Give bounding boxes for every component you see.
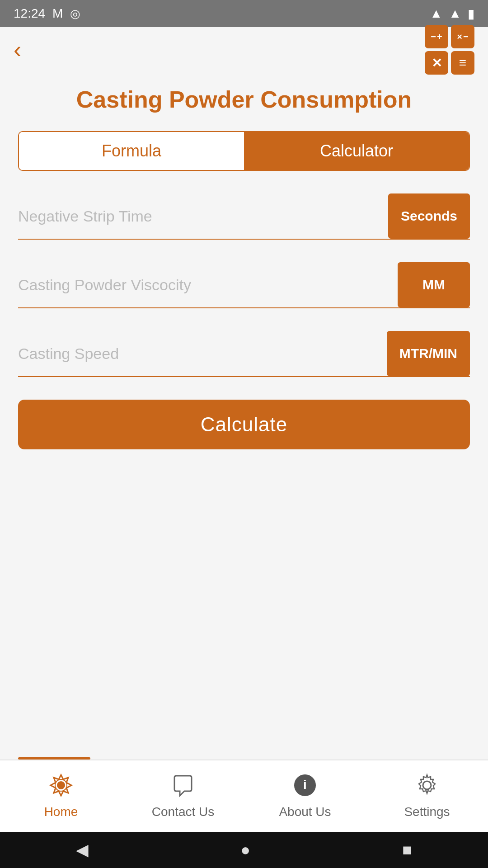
gmail-icon: M	[52, 6, 63, 21]
equals-icon[interactable]: ≡	[451, 51, 474, 75]
times-equals-icon[interactable]: ×−	[451, 25, 474, 48]
casting-speed-unit: MTR/MIN	[387, 331, 470, 376]
svg-point-4	[423, 781, 431, 789]
home-icon	[49, 773, 73, 801]
status-time: 12:24	[14, 6, 45, 21]
nav-home[interactable]: Home	[0, 773, 122, 819]
back-button[interactable]: ‹	[14, 38, 21, 61]
contact-label: Contact Us	[152, 805, 215, 819]
wifi-icon: ▲	[430, 6, 443, 21]
signal-icon: ▲	[449, 6, 461, 21]
calculate-button[interactable]: Calculate	[18, 400, 470, 449]
home-sys-button[interactable]: ●	[240, 840, 250, 859]
data-icon: ◎	[70, 7, 80, 21]
negative-strip-time-group: Seconds	[18, 193, 470, 240]
tab-calculator[interactable]: Calculator	[244, 132, 469, 170]
casting-powder-viscocity-unit: MM	[398, 262, 470, 307]
status-bar: 12:24 M ◎ ▲ ▲ ▮	[0, 0, 488, 27]
system-nav: ◀ ● ■	[0, 832, 488, 868]
negative-strip-time-input[interactable]	[18, 193, 388, 239]
settings-icon	[415, 773, 439, 801]
casting-powder-viscocity-input[interactable]	[18, 262, 398, 307]
negative-strip-time-unit: Seconds	[388, 193, 470, 239]
cross-icon[interactable]: ✕	[425, 51, 448, 75]
bottom-nav: Home Contact Us i About Us Settings	[0, 760, 488, 832]
home-label: Home	[44, 805, 78, 819]
page-title: Casting Powder Consumption	[0, 72, 488, 131]
status-left: 12:24 M ◎	[14, 6, 80, 21]
tab-formula[interactable]: Formula	[19, 132, 244, 170]
nav-contact[interactable]: Contact Us	[122, 773, 244, 819]
top-nav: ‹ −+ ×− ✕ ≡	[0, 27, 488, 72]
casting-powder-viscocity-group: MM	[18, 262, 470, 308]
tab-toggle: Formula Calculator	[18, 131, 470, 171]
casting-speed-input[interactable]	[18, 331, 387, 376]
battery-icon: ▮	[468, 6, 474, 21]
about-icon: i	[293, 773, 317, 801]
svg-point-0	[57, 781, 65, 789]
plus-minus-icon[interactable]: −+	[425, 25, 448, 48]
top-icons: −+ ×− ✕ ≡	[425, 25, 474, 75]
contact-icon	[171, 773, 195, 801]
about-label: About Us	[279, 805, 331, 819]
recent-sys-button[interactable]: ■	[402, 840, 412, 859]
nav-settings[interactable]: Settings	[366, 773, 488, 819]
nav-about[interactable]: i About Us	[244, 773, 366, 819]
back-sys-button[interactable]: ◀	[76, 840, 89, 859]
settings-label: Settings	[404, 805, 450, 819]
casting-speed-group: MTR/MIN	[18, 331, 470, 377]
svg-text:i: i	[303, 778, 307, 792]
status-right: ▲ ▲ ▮	[430, 6, 474, 21]
